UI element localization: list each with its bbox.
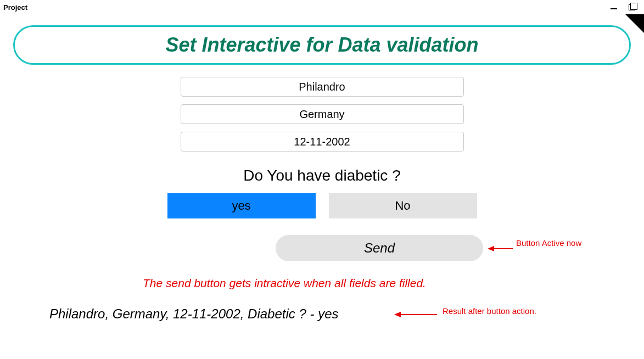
svg-marker-3 [394, 312, 401, 317]
result-row: Philandro, Germany, 12-11-2002, Diabetic… [13, 306, 631, 322]
result-text: Philandro, Germany, 12-11-2002, Diabetic… [49, 306, 631, 322]
form-container: Do You have diabetic ? yes No [13, 77, 631, 235]
name-input[interactable] [181, 77, 464, 97]
arrow-left-icon [394, 311, 438, 318]
yes-button[interactable]: yes [167, 193, 316, 218]
date-input[interactable] [181, 132, 464, 152]
send-button[interactable]: Send [276, 235, 483, 261]
note-text: The send button gets intractive when all… [143, 277, 631, 290]
window-titlebar: Project [0, 0, 644, 14]
annotation-result: Result after button action. [443, 306, 536, 316]
annotation-button-active: Button Active now [516, 238, 581, 248]
page-header: Set Interactive for Data validation [13, 25, 631, 65]
choice-row: yes No [167, 193, 477, 218]
window-controls [610, 3, 642, 11]
maximize-button[interactable] [628, 3, 635, 11]
page-title: Set Interactive for Data validation [26, 33, 618, 57]
question-label: Do You have diabetic ? [243, 167, 400, 184]
corner-fold-icon [625, 14, 644, 33]
no-button[interactable]: No [329, 193, 477, 218]
arrow-left-icon [488, 245, 514, 253]
send-row: Send Button Active now [13, 235, 631, 262]
svg-marker-1 [488, 246, 494, 251]
country-input[interactable] [181, 104, 464, 124]
minimize-button[interactable] [610, 3, 618, 11]
window-title: Project [2, 3, 27, 12]
